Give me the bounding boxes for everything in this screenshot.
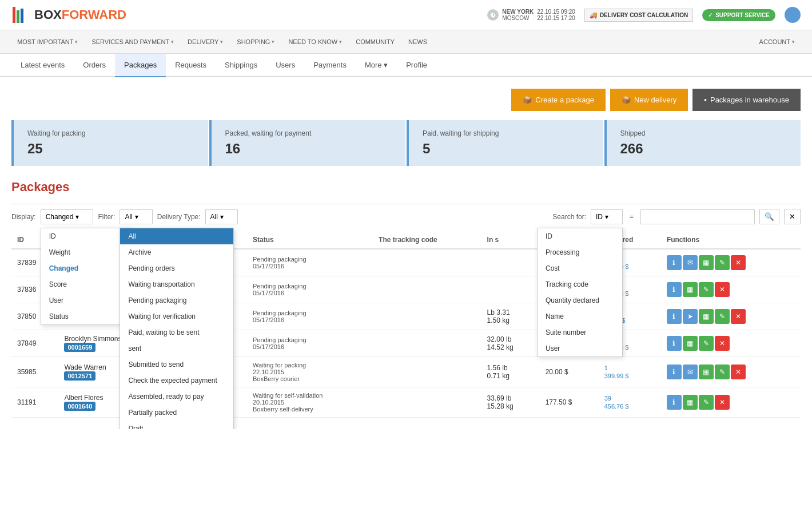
send-button[interactable]: ✉: [683, 255, 698, 270]
tab-more[interactable]: More ▾: [356, 54, 397, 77]
chevron-down-icon: ▾: [75, 213, 79, 221]
info-button[interactable]: ℹ: [667, 309, 682, 324]
tab-orders[interactable]: Orders: [74, 54, 115, 77]
nav-account[interactable]: accouNT ▾: [754, 30, 801, 53]
clear-search-button[interactable]: ✕: [784, 209, 801, 224]
tab-payments[interactable]: Payments: [304, 54, 356, 77]
info-button[interactable]: ℹ: [667, 365, 682, 379]
dropdown-item-user[interactable]: User: [41, 292, 132, 308]
filter-item-waiting-transport[interactable]: Waiting transportation: [120, 276, 233, 292]
tab-profile[interactable]: Profile: [397, 54, 436, 77]
edit-button[interactable]: ✎: [715, 309, 730, 324]
user-avatar[interactable]: [785, 7, 801, 23]
filter-item-sent[interactable]: sent: [120, 340, 233, 356]
nav-delivery[interactable]: DELIVERY ▾: [182, 30, 229, 53]
search-id-item-user[interactable]: User: [538, 340, 622, 356]
tab-shippings[interactable]: Shippings: [216, 54, 266, 77]
delete-button[interactable]: ✕: [715, 336, 730, 351]
row-status: Pending packaging 05/17/2016: [247, 330, 373, 357]
dropdown-item-changed[interactable]: Changed: [41, 260, 132, 276]
search-id-item-id[interactable]: ID: [538, 228, 622, 244]
nav-need-to-know[interactable]: NEED TO KNOW ▾: [282, 30, 348, 53]
new-delivery-button[interactable]: 📦 New delivery: [610, 89, 688, 111]
filter-item-draft[interactable]: Draft: [120, 421, 233, 430]
info-button[interactable]: ℹ: [667, 282, 682, 297]
tab-latest-events[interactable]: Latest events: [11, 54, 74, 77]
search-id-item-suite[interactable]: Suite number: [538, 324, 622, 340]
grid-button[interactable]: ▦: [699, 365, 714, 379]
display-select[interactable]: Changed ▾: [41, 209, 94, 224]
svg-rect-1: [17, 10, 19, 23]
search-id-item-qty[interactable]: Quantity declared: [538, 292, 622, 308]
nav-services[interactable]: SERVICES AND PAYMENT ▾: [86, 30, 180, 53]
edit-button[interactable]: ✎: [699, 395, 714, 410]
filter-item-check-expected[interactable]: Check the expected payment: [120, 373, 233, 389]
dropdown-item-status[interactable]: Status: [41, 308, 132, 324]
info-button[interactable]: ℹ: [667, 336, 682, 351]
edit-button[interactable]: ✎: [715, 365, 730, 379]
filter-item-waiting-verification[interactable]: Waiting for verification: [120, 308, 233, 324]
search-input[interactable]: [640, 209, 755, 224]
row-declared: 39 456.76 $: [599, 387, 661, 418]
delete-button[interactable]: ✕: [715, 282, 730, 297]
search-id-item-tracking[interactable]: Tracking code: [538, 276, 622, 292]
col-functions: Functions: [661, 231, 801, 249]
edit-button[interactable]: ✎: [699, 336, 714, 351]
search-button[interactable]: 🔍: [759, 209, 779, 224]
search-id-item-name[interactable]: Name: [538, 308, 622, 324]
row-status: Pending packaging 05/17/2016: [247, 303, 373, 330]
grid-button[interactable]: ▦: [699, 309, 714, 324]
filter-all-select[interactable]: All ▾: [120, 209, 152, 224]
delete-button[interactable]: ✕: [715, 395, 730, 410]
filter-item-archive[interactable]: Archive: [120, 244, 233, 260]
delivery-cost-button[interactable]: 🚚 DELIVERY COST CALCULATION: [584, 9, 693, 22]
main-content: 📦 Create a package 📦 New delivery ▪ Pack…: [0, 77, 812, 429]
delivery-type-select[interactable]: All ▾: [205, 209, 238, 224]
grid-button[interactable]: ▦: [683, 336, 698, 351]
chevron-down-icon: ▾: [75, 39, 78, 45]
stat-shipped: Shipped 266: [604, 120, 801, 166]
badge: 0001659: [64, 343, 95, 352]
dropdown-item-score[interactable]: Score: [41, 276, 132, 292]
divider: [11, 204, 801, 204]
filter-item-pending-orders[interactable]: Pending orders: [120, 260, 233, 276]
packages-warehouse-button[interactable]: ▪ Packages in warehouse: [692, 89, 801, 111]
tab-requests[interactable]: Requests: [166, 54, 216, 77]
stat-label: Shipped: [620, 129, 787, 137]
nav-shopping[interactable]: ShoppInG ▾: [231, 30, 280, 53]
delete-button[interactable]: ✕: [731, 255, 746, 270]
tab-packages[interactable]: Packages: [115, 54, 166, 77]
delete-button[interactable]: ✕: [731, 309, 746, 324]
grid-button[interactable]: ▦: [683, 282, 698, 297]
dropdown-item-id[interactable]: ID: [41, 228, 132, 244]
grid-button[interactable]: ▦: [683, 395, 698, 410]
stat-label: Packed, waiting for payment: [225, 129, 392, 137]
edit-button[interactable]: ✎: [715, 255, 730, 270]
info-button[interactable]: ℹ: [667, 395, 682, 410]
filter-item-assembled[interactable]: Assembled, ready to pay: [120, 389, 233, 405]
dropdown-item-weight[interactable]: Weight: [41, 244, 132, 260]
grid-button[interactable]: ▦: [699, 255, 714, 270]
search-id-item-processing[interactable]: Processing: [538, 244, 622, 260]
filter-item-paid-waiting[interactable]: Paid, waiting to be sent: [120, 324, 233, 340]
send-button[interactable]: ➤: [683, 309, 698, 324]
create-package-button[interactable]: 📦 Create a package: [511, 89, 606, 111]
nav-community[interactable]: COMMUNITY: [350, 30, 400, 53]
row-tracking: [373, 276, 481, 303]
info-button[interactable]: ℹ: [667, 255, 682, 270]
delete-button[interactable]: ✕: [731, 365, 746, 379]
top-right-controls: 🕐 NEW YORK MOSCOW 22.10.15 09:20 22.10.1…: [487, 7, 801, 23]
filter-item-all[interactable]: All: [120, 228, 233, 244]
tab-users[interactable]: Users: [266, 54, 304, 77]
nav-most-important[interactable]: MOST IMPORTANT ▾: [11, 30, 83, 53]
filter-item-partially[interactable]: Partially packed: [120, 405, 233, 421]
support-button[interactable]: ✓ SUPPORT SERVICE: [702, 9, 775, 21]
main-nav: MOST IMPORTANT ▾ SERVICES AND PAYMENT ▾ …: [0, 30, 812, 54]
search-id-item-cost[interactable]: Cost: [538, 260, 622, 276]
send-button[interactable]: ✉: [683, 365, 698, 379]
edit-button[interactable]: ✎: [699, 282, 714, 297]
search-id-select[interactable]: ID ▾: [591, 209, 623, 224]
nav-news[interactable]: NEWS: [403, 30, 433, 53]
filter-item-submitted[interactable]: Submitted to send: [120, 356, 233, 373]
filter-item-pending-packaging[interactable]: Pending packaging: [120, 292, 233, 308]
